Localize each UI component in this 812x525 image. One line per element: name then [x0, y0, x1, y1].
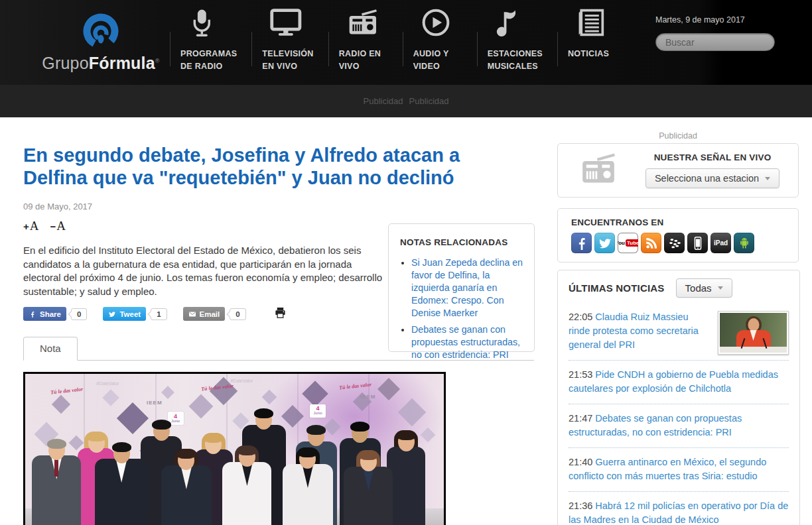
header-right: Martes, 9 de mayo 2017	[655, 15, 788, 51]
participant-head	[113, 444, 130, 463]
newspaper-icon	[576, 8, 617, 42]
related-notes-box: NOTAS RELACIONADAS Si Juan Zepeda declin…	[388, 223, 535, 352]
nav-item-label: NOTICIAS	[568, 48, 617, 60]
participant-head	[299, 449, 316, 469]
participant-torso	[222, 462, 271, 525]
news-time: 21:47	[569, 413, 592, 424]
find-us-box: ENCUENTRANOS EN YouTubeiPad	[557, 208, 799, 262]
related-note-link[interactable]: Si Juan Zepeda declina en favor de Delfi…	[411, 257, 523, 318]
participant-head	[48, 441, 65, 460]
email-share-count: 0	[230, 308, 245, 320]
debate-participant	[283, 449, 333, 525]
facebook-icon[interactable]	[571, 233, 592, 253]
participant-hair	[176, 449, 196, 459]
news-time: 22:05	[569, 312, 592, 322]
font-size-controls: +A −A	[23, 219, 66, 233]
news-filter-select[interactable]: Todas	[676, 278, 732, 298]
participant-hair	[237, 445, 257, 455]
participant-hair	[87, 432, 106, 441]
participant-head	[178, 451, 194, 470]
participant-hair	[47, 439, 66, 449]
backdrop-hashtag-label: #DaleValor	[96, 381, 119, 386]
email-share-button[interactable]: Email	[183, 307, 226, 321]
participant-torso	[95, 459, 148, 525]
participant-hair	[152, 420, 171, 430]
facebook-icon	[29, 310, 36, 318]
social-icons-row: YouTubeiPad	[571, 233, 785, 253]
backdrop-diamond-shape	[189, 394, 214, 419]
debate-participant	[32, 441, 81, 525]
participant-hair	[306, 425, 326, 435]
debate-participant	[95, 444, 148, 525]
participant-head	[360, 452, 377, 471]
rss-icon[interactable]	[641, 233, 661, 253]
header-date: Martes, 9 de mayo 2017	[655, 15, 788, 25]
live-signal-box: NUESTRA SEÑAL EN VIVO Selecciona una est…	[557, 143, 799, 198]
related-note-link[interactable]: Debates se ganan con propuestas estructu…	[411, 324, 520, 360]
news-link[interactable]: Debates se ganan con propuestas estructu…	[569, 413, 742, 438]
news-item: 21:36 Habrá 12 mil policías en operativo…	[569, 492, 789, 525]
font-increase-button[interactable]: +A	[23, 219, 39, 233]
junio-month: Junio	[314, 412, 322, 416]
debate-participant	[161, 451, 212, 525]
participant-head	[352, 424, 368, 443]
article-title: En segundo debate, Josefina y Alfredo at…	[23, 145, 498, 190]
participant-torso	[344, 467, 393, 525]
latest-news-list: 22:05 Claudia Ruiz Massieu rinde protest…	[558, 303, 799, 525]
android-icon[interactable]	[734, 233, 754, 253]
envelope-icon	[188, 310, 196, 318]
blackberry-icon[interactable]	[664, 233, 685, 253]
news-item: 21:40 Guerra antinarco en México, el seg…	[569, 448, 789, 492]
participant-head	[308, 427, 324, 446]
latest-news-box: ÚLTIMAS NOTICIAS Todas 22:05 Claudia Rui…	[557, 270, 800, 525]
participant-hair	[397, 430, 416, 440]
twitter-icon[interactable]	[594, 233, 615, 253]
tweet-count: 1	[151, 308, 167, 320]
news-link[interactable]: Pide CNDH a gobierno de Puebla medidas c…	[569, 369, 778, 394]
nav-label-line: NOTICIAS	[568, 48, 617, 60]
nav-item-noticias[interactable]: NOTICIAS	[557, 8, 632, 77]
news-link[interactable]: Guerra antinarco en México, el segundo c…	[569, 457, 766, 481]
article-photo: Tú le das valorTú le das valorTú le das …	[23, 372, 446, 525]
backdrop-slogan-label: Tú le das valor	[50, 386, 84, 395]
tab-nota[interactable]: Nota	[23, 337, 78, 361]
related-note-item: Debates se ganan con propuestas estructu…	[411, 323, 524, 361]
twitter-icon	[108, 310, 116, 318]
tab-divider	[23, 360, 534, 361]
participant-head	[153, 422, 170, 441]
participant-hair	[204, 433, 223, 443]
radio-icon	[579, 152, 618, 189]
facebook-share-button[interactable]: Share	[23, 307, 66, 321]
tweet-button[interactable]: Tweet	[103, 307, 146, 321]
ipad-icon[interactable]: iPad	[710, 233, 731, 253]
participant-torso	[161, 465, 212, 525]
news-thumbnail[interactable]	[718, 311, 789, 355]
font-decrease-button[interactable]: −A	[50, 219, 66, 233]
print-icon[interactable]	[274, 306, 287, 321]
news-item: 21:47 Debates se ganan con propuestas es…	[569, 404, 789, 448]
find-us-heading: ENCUENTRANOS EN	[571, 217, 785, 227]
debate-participant	[344, 452, 393, 525]
related-notes-heading: NOTAS RELACIONADAS	[400, 237, 524, 247]
ipad-label: iPad	[714, 239, 728, 247]
chevron-down-icon	[718, 286, 723, 292]
news-time: 21:36	[569, 500, 592, 511]
backdrop-diamond-shape	[102, 390, 119, 406]
participant-hair	[298, 447, 317, 457]
news-link[interactable]: Habrá 12 mil policías en operativo por D…	[569, 500, 788, 525]
participant-torso	[32, 455, 81, 525]
station-select[interactable]: Selecciona una estacion	[645, 168, 779, 188]
related-notes-list: Si Juan Zepeda declina en favor de Delfi…	[401, 257, 524, 361]
iphone-icon[interactable]	[687, 233, 708, 253]
participant-head	[239, 447, 255, 467]
grupo-formula-page: GrupoFórmula® PROGRAMASDE RADIOTELEVISIÓ…	[0, 0, 812, 525]
article-body: En el edificio del Instituto Electoral d…	[23, 244, 392, 299]
chevron-down-icon	[765, 177, 770, 183]
youtube-icon[interactable]: YouTube	[618, 233, 638, 253]
participant-hair	[254, 408, 273, 418]
news-time: 21:40	[569, 457, 592, 467]
ieem-logo-label: IEEM	[360, 394, 376, 400]
participant-torso	[283, 464, 333, 525]
search-input[interactable]	[655, 33, 775, 51]
live-signal-heading: NUESTRA SEÑAL EN VIVO	[638, 152, 787, 162]
